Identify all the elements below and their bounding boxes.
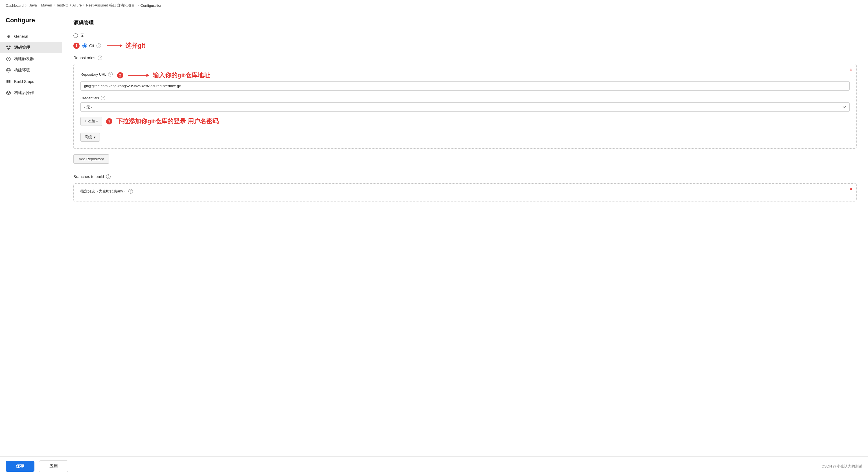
step2-badge: 2 <box>117 72 123 78</box>
scm-radio-group: 无 1 Git ? 选择git <box>73 33 857 50</box>
branch-field-label-row: 指定分支（为空时代表any） ? <box>81 189 850 194</box>
advanced-button[interactable]: 高级 ▾ <box>81 133 100 141</box>
apply-button[interactable]: 应用 <box>39 461 68 472</box>
radio-none-row: 无 <box>73 33 857 38</box>
credentials-label-row: Credentials ? <box>81 96 850 100</box>
radio-none-label[interactable]: 无 <box>80 33 84 38</box>
svg-rect-10 <box>6 83 8 83</box>
sidebar-item-environment-label: 构建环境 <box>14 68 30 73</box>
branches-section: Branches to build ? × 指定分支（为空时代表any） ? <box>73 174 857 201</box>
sidebar-item-build-steps[interactable]: Build Steps <box>0 76 62 87</box>
git-annotation-text: 选择git <box>125 41 145 50</box>
repo-arrow-icon <box>127 71 149 79</box>
list-icon <box>6 79 11 84</box>
repo-url-help-icon[interactable]: ? <box>108 72 113 76</box>
sidebar-title: Configure <box>0 17 62 31</box>
svg-rect-6 <box>6 80 8 81</box>
globe-icon <box>6 67 11 73</box>
sidebar-item-general-label: General <box>14 34 28 39</box>
add-credentials-row: + 添加 ▾ 3 下拉添加你git仓库的登录 用户名密码 <box>81 117 850 126</box>
main-content: 源码管理 无 1 Git ? 选择 <box>62 11 868 456</box>
repo-url-group: Repository URL ? 2 输入你的git仓库地址 <box>81 71 850 91</box>
section-title: 源码管理 <box>73 20 857 26</box>
radio-git-label[interactable]: Git <box>89 43 94 48</box>
step3-badge: 3 <box>106 118 112 124</box>
branches-label: Branches to build <box>73 174 104 179</box>
git-arrow-icon <box>105 42 122 50</box>
repo-url-input[interactable] <box>81 81 850 91</box>
radio-git[interactable] <box>83 43 87 48</box>
add-btn-label: + 添加 <box>85 119 95 124</box>
step1-badge: 1 <box>73 42 80 49</box>
sidebar-item-build-steps-label: Build Steps <box>14 79 34 84</box>
sidebar-item-general[interactable]: ⚙ General <box>0 31 62 42</box>
clock-icon <box>6 56 11 62</box>
repositories-label: Repositories <box>73 56 95 60</box>
credentials-help-icon[interactable]: ? <box>101 96 105 100</box>
credentials-label: Credentials <box>81 96 99 100</box>
credentials-select[interactable]: - 无 - <box>81 102 850 112</box>
breadcrumb-dashboard[interactable]: Dashboard <box>6 3 24 8</box>
svg-point-0 <box>6 46 8 47</box>
credentials-group: Credentials ? - 无 - <box>81 96 850 112</box>
breadcrumb-current: Configuration <box>141 3 162 8</box>
branch-field-help-icon[interactable]: ? <box>128 189 133 194</box>
credentials-annotation-text: 下拉添加你git仓库的登录 用户名密码 <box>116 117 219 126</box>
advanced-chevron-icon: ▾ <box>94 135 96 139</box>
footer-bar: 保存 应用 CSDN @小张认为的测试 <box>0 456 868 476</box>
sidebar-item-triggers-label: 构建触发器 <box>14 57 34 62</box>
repo-url-label: Repository URL <box>81 72 106 76</box>
repo-url-label-row: Repository URL ? <box>81 72 113 76</box>
fork-icon <box>6 45 11 51</box>
save-button[interactable]: 保存 <box>6 461 34 472</box>
close-branch-button[interactable]: × <box>849 187 852 192</box>
svg-marker-15 <box>147 74 149 77</box>
breadcrumb-sep1: > <box>25 3 28 8</box>
advanced-label: 高级 <box>85 135 92 140</box>
repositories-help-icon[interactable]: ? <box>98 56 102 60</box>
add-credentials-button[interactable]: + 添加 ▾ <box>81 117 102 126</box>
svg-rect-11 <box>8 83 10 83</box>
box-icon <box>6 90 11 96</box>
git-annotation: 选择git <box>105 41 145 50</box>
branches-help-icon[interactable]: ? <box>106 174 111 179</box>
git-help-icon[interactable]: ? <box>96 43 101 48</box>
sidebar: Configure ⚙ General 源码管理 <box>0 11 62 456</box>
radio-none[interactable] <box>73 33 78 38</box>
add-btn-arrow-icon: ▾ <box>96 120 98 123</box>
add-repository-button[interactable]: Add Repository <box>73 154 109 164</box>
svg-point-1 <box>9 46 10 47</box>
sidebar-item-environment[interactable]: 构建环境 <box>0 65 62 76</box>
branch-field-label: 指定分支（为空时代表any） <box>81 189 127 194</box>
close-repo-button[interactable]: × <box>849 67 852 72</box>
repo-annotation: 2 输入你的git仓库地址 <box>117 71 210 80</box>
breadcrumb-sep2: > <box>136 3 139 8</box>
sidebar-item-triggers[interactable]: 构建触发器 <box>0 53 62 65</box>
repo-annotation-text: 输入你的git仓库地址 <box>153 71 210 80</box>
footer-brand: CSDN @小张认为的测试 <box>822 464 862 469</box>
repository-box: × Repository URL ? 2 输入你的git仓库地址 <box>73 64 857 149</box>
radio-git-row: 1 Git ? <box>73 42 101 49</box>
branches-box: × 指定分支（为空时代表any） ? <box>73 183 857 201</box>
sidebar-item-source[interactable]: 源码管理 <box>0 42 62 53</box>
sidebar-item-post-build-label: 构建后操作 <box>14 90 34 95</box>
svg-rect-9 <box>8 81 10 82</box>
breadcrumb-project[interactable]: Java + Maven + TestNG + Allure + Rest-As… <box>29 3 135 8</box>
sidebar-item-source-label: 源码管理 <box>14 45 30 50</box>
breadcrumb: Dashboard > Java + Maven + TestNG + Allu… <box>0 0 868 11</box>
svg-rect-7 <box>8 80 10 81</box>
svg-rect-8 <box>6 81 8 82</box>
svg-marker-13 <box>120 44 122 47</box>
sidebar-item-post-build[interactable]: 构建后操作 <box>0 87 62 98</box>
gear-icon: ⚙ <box>6 34 11 39</box>
